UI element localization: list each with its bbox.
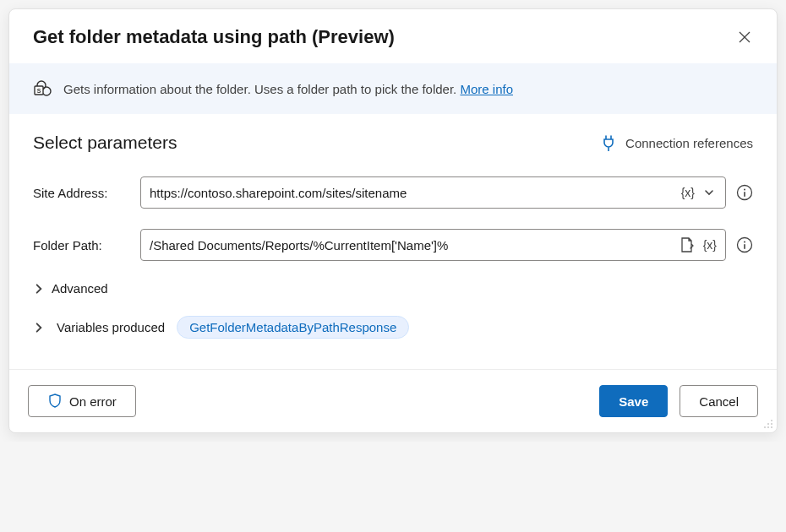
svg-text:S: S — [37, 88, 41, 94]
folder-path-label: Folder Path: — [33, 238, 130, 252]
close-icon — [738, 30, 751, 44]
site-address-input[interactable] — [150, 186, 678, 200]
advanced-expander[interactable]: Advanced — [33, 281, 753, 296]
file-picker-icon — [680, 236, 695, 253]
footer-right: Save Cancel — [599, 385, 758, 417]
variable-insert-button[interactable]: {x} — [700, 238, 720, 252]
site-address-label: Site Address: — [33, 186, 130, 200]
cancel-button[interactable]: Cancel — [680, 385, 758, 417]
on-error-button[interactable]: On error — [28, 385, 136, 417]
folder-path-input[interactable] — [150, 238, 674, 252]
more-info-link[interactable]: More info — [460, 82, 513, 96]
svg-rect-6 — [744, 192, 745, 197]
info-banner: S Gets information about the folder. Use… — [9, 63, 777, 114]
file-picker-button[interactable] — [674, 236, 700, 253]
svg-point-12 — [771, 423, 772, 425]
resize-handle-icon[interactable] — [762, 418, 774, 430]
dialog-footer: On error Save Cancel — [9, 369, 777, 432]
dialog: Get folder metadata using path (Preview)… — [8, 8, 778, 433]
advanced-label: Advanced — [52, 281, 108, 296]
cancel-label: Cancel — [699, 394, 739, 409]
svg-rect-9 — [744, 244, 745, 249]
dialog-content: Select parameters Connection references … — [9, 114, 777, 369]
save-label: Save — [619, 394, 648, 409]
svg-point-5 — [744, 189, 745, 191]
shield-icon — [47, 394, 63, 409]
info-text: Gets information about the folder. Uses … — [63, 82, 513, 96]
on-error-label: On error — [69, 394, 117, 409]
chevron-right-icon — [33, 322, 45, 334]
variables-produced-expander[interactable]: Variables produced GetFolderMetadataByPa… — [33, 316, 753, 339]
svg-point-13 — [764, 426, 766, 428]
variable-insert-button[interactable]: {x} — [678, 186, 698, 199]
save-button[interactable]: Save — [599, 385, 668, 417]
svg-point-10 — [771, 420, 772, 421]
close-button[interactable] — [736, 29, 753, 46]
svg-point-11 — [767, 423, 769, 425]
variables-produced-label: Variables produced — [57, 320, 165, 334]
svg-point-8 — [744, 242, 745, 243]
variable-pill[interactable]: GetFolderMetadataByPathResponse — [177, 316, 409, 339]
connection-references-button[interactable]: Connection references — [600, 134, 753, 151]
section-header: Select parameters Connection references — [33, 133, 753, 153]
sharepoint-icon: S — [33, 79, 53, 99]
info-description: Gets information about the folder. Uses … — [63, 82, 460, 96]
section-title: Select parameters — [33, 133, 177, 153]
svg-point-14 — [767, 426, 769, 428]
site-address-row: Site Address: {x} — [33, 176, 753, 209]
chevron-right-icon — [33, 283, 45, 295]
site-address-input-wrapper[interactable]: {x} — [140, 176, 726, 209]
dialog-title: Get folder metadata using path (Preview) — [33, 26, 395, 48]
folder-path-input-wrapper[interactable]: {x} — [140, 229, 726, 261]
plug-icon — [600, 134, 617, 151]
info-icon[interactable] — [736, 184, 753, 201]
dialog-header: Get folder metadata using path (Preview) — [9, 9, 777, 63]
connection-references-label: Connection references — [625, 136, 753, 150]
folder-path-row: Folder Path: {x} — [33, 229, 753, 261]
chevron-down-icon — [703, 187, 715, 198]
svg-point-15 — [771, 426, 772, 428]
dropdown-button[interactable] — [698, 187, 720, 198]
info-icon[interactable] — [736, 236, 753, 253]
